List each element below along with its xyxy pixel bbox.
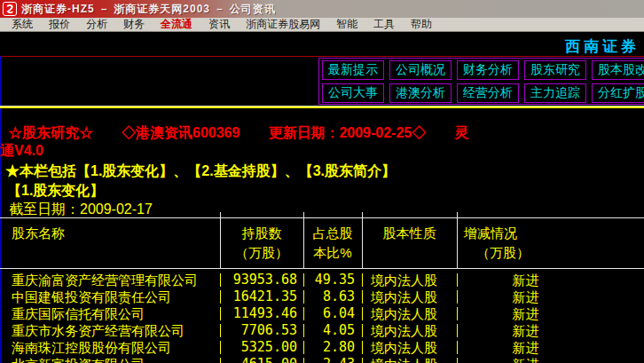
report-header-line2: 通V4.0 [0, 142, 644, 160]
nav-button-operation-analysis[interactable]: 经营分析 [457, 83, 519, 103]
cell-share-nature: 境内法人股 [362, 305, 457, 322]
cell-shareholder-name: 中国建银投资有限责任公司 [0, 288, 220, 305]
nav-button-company-profile[interactable]: 公司概况 [389, 60, 452, 80]
menu-bar: 系统 报价 分析 财务 全流通 资讯 浙商证券股易网 智能 工具 帮助 [0, 18, 644, 32]
category-button-panel: 最新提示 公司概况 财务分析 股东研究 股本股改 公司大事 港澳分析 经营分析 … [318, 58, 644, 105]
top-divider-line [0, 56, 644, 57]
nav-button-hk-analysis[interactable]: 港澳分析 [389, 83, 452, 103]
cell-shareholder-name: 重庆市水务资产经营有限公司 [0, 322, 220, 339]
as-of-date: 截至日期：2009-02-17 [9, 201, 153, 219]
nav-button-share-reform[interactable]: 股本股改 [592, 60, 644, 80]
col-header-change: 增减情况 （万股） [457, 224, 644, 263]
app-window: Ϩ 浙商证券-HZ5 － 浙商证券天网2003 － 公司资讯 系统 报价 分析 … [0, 0, 644, 363]
menu-item-quotes[interactable]: 报价 [41, 17, 78, 32]
cell-change: 新进 [457, 288, 644, 305]
cell-share-nature: 境内法人股 [362, 272, 457, 288]
table-row[interactable]: 北京新富投资有限公司 4615.00 2.43 境内法人股 新进 [0, 356, 644, 363]
section-title: 【1.股东变化】 [7, 182, 104, 201]
cell-percent: 49.35 [303, 272, 362, 288]
cell-shares: 93953.68 [220, 272, 303, 288]
cell-percent: 6.04 [303, 305, 362, 322]
nav-button-dividend-expansion[interactable]: 分红扩股 [592, 83, 644, 103]
cell-shares: 5325.00 [220, 339, 303, 356]
cell-change: 新进 [457, 322, 644, 339]
stock-name-label: 西南证券 [565, 36, 640, 57]
window-title: 浙商证券-HZ5 － 浙商证券天网2003 － 公司资讯 [21, 2, 276, 17]
cell-share-nature: 境内法人股 [362, 288, 457, 305]
menu-item-help[interactable]: 帮助 [403, 17, 440, 32]
cell-percent: 8.63 [303, 288, 362, 305]
category-button-row-1: 最新提示 公司概况 财务分析 股东研究 股本股改 [319, 59, 644, 82]
table-row[interactable]: 重庆国际信托有限公司 11493.46 6.04 境内法人股 新进 [0, 305, 644, 322]
menu-item-full-circulation[interactable]: 全流通 [153, 17, 200, 32]
cell-share-nature: 境内法人股 [362, 339, 457, 356]
table-row[interactable]: 中国建银投资有限责任公司 16421.35 8.63 境内法人股 新进 [0, 288, 644, 305]
cell-change: 新进 [457, 339, 644, 356]
cell-shares: 4615.00 [220, 356, 303, 363]
table-row[interactable]: 海南珠江控股股份有限公司 5325.00 2.80 境内法人股 新进 [0, 339, 644, 356]
shareholder-table: 重庆渝富资产经营管理有限公司 93953.68 49.35 境内法人股 新进 中… [0, 272, 644, 363]
nav-button-financial-analysis[interactable]: 财务分析 [457, 60, 519, 80]
nav-button-shareholder-research[interactable]: 股东研究 [524, 60, 586, 80]
menu-item-analysis[interactable]: 分析 [78, 17, 115, 32]
table-row[interactable]: 重庆渝富资产经营管理有限公司 93953.68 49.35 境内法人股 新进 [0, 272, 644, 288]
report-header: ☆股东研究☆ ◇港澳资讯600369 更新日期：2009-02-25◇ 灵 通V… [0, 124, 644, 160]
table-header-bottom-line [0, 268, 644, 269]
col-header-pct-of-total: 占总股 本比% [303, 224, 362, 263]
cell-change: 新进 [457, 272, 644, 288]
cell-shareholder-name: 北京新富投资有限公司 [0, 356, 220, 363]
col-header-shares-held: 持股数 （万股） [220, 224, 303, 263]
menu-item-tools[interactable]: 工具 [365, 17, 403, 32]
column-includes-note: ★本栏包括【1.股东变化】、【2.基金持股】、【3.股东简介】 [5, 162, 396, 181]
menu-item-finance[interactable]: 财务 [115, 17, 153, 32]
cell-shares: 7706.53 [220, 322, 303, 339]
menu-item-system[interactable]: 系统 [4, 17, 41, 32]
cell-shareholder-name: 重庆渝富资产经营管理有限公司 [0, 272, 220, 288]
table-row[interactable]: 重庆市水务资产经营有限公司 7706.53 4.05 境内法人股 新进 [0, 322, 644, 339]
menu-item-news[interactable]: 资讯 [200, 17, 238, 32]
cell-shareholder-name: 重庆国际信托有限公司 [0, 305, 220, 322]
nav-button-company-events[interactable]: 公司大事 [322, 83, 384, 103]
cell-share-nature: 境内法人股 [362, 356, 457, 363]
menu-item-broker-net[interactable]: 浙商证券股易网 [238, 17, 328, 32]
category-button-row-2: 公司大事 港澳分析 经营分析 主力追踪 分红扩股 [319, 82, 644, 105]
cell-change: 新进 [457, 305, 644, 322]
cell-change: 新进 [457, 356, 644, 363]
menu-item-smart[interactable]: 智能 [328, 17, 365, 32]
nav-button-latest-tips[interactable]: 最新提示 [322, 60, 384, 80]
cell-shares: 16421.35 [220, 288, 303, 305]
cell-share-nature: 境内法人股 [362, 322, 457, 339]
table-top-line [0, 217, 644, 218]
col-header-shareholder-name: 股东名称 [0, 224, 220, 263]
cell-percent: 4.05 [303, 322, 362, 339]
cell-percent: 2.43 [303, 356, 362, 363]
cell-percent: 2.80 [303, 339, 362, 356]
col-header-share-nature: 股本性质 [362, 224, 457, 263]
title-bar[interactable]: Ϩ 浙商证券-HZ5 － 浙商证券天网2003 － 公司资讯 [0, 0, 644, 18]
app-logo-icon: Ϩ [3, 2, 17, 16]
section-divider-line [0, 106, 644, 108]
report-header-line1: ☆股东研究☆ ◇港澳资讯600369 更新日期：2009-02-25◇ 灵 [0, 124, 644, 142]
table-header-row: 股东名称 持股数 （万股） 占总股 本比% 股本性质 增减情况 （万股） [0, 224, 644, 263]
cell-shares: 11493.46 [220, 305, 303, 322]
cell-shareholder-name: 海南珠江控股股份有限公司 [0, 339, 220, 356]
nav-button-main-force-tracking[interactable]: 主力追踪 [524, 83, 586, 103]
